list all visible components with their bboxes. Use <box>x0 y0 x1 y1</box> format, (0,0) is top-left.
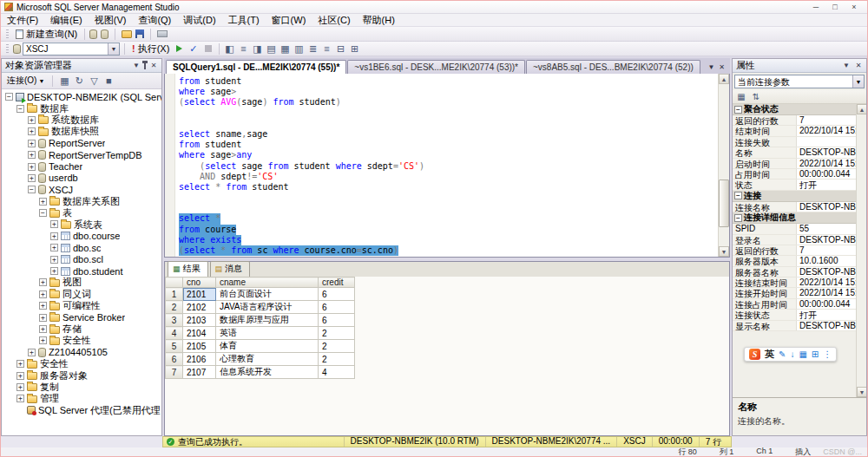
row-number[interactable]: 3 <box>166 314 183 327</box>
grid-corner-cell[interactable] <box>166 277 183 288</box>
analysis-services-query-icon[interactable] <box>101 29 108 39</box>
ime-language-mode[interactable]: 英 <box>765 348 774 361</box>
tree-item[interactable]: +视图 <box>2 277 161 288</box>
result-cell[interactable]: 英语 <box>216 327 319 340</box>
filter-icon[interactable]: ▽ <box>88 75 100 87</box>
expand-toggle[interactable]: − <box>39 209 47 217</box>
expand-toggle[interactable]: + <box>28 163 36 171</box>
editor-indicator-margin[interactable] <box>165 74 175 257</box>
menu-item[interactable]: 帮助(H) <box>357 14 401 27</box>
close-document-icon[interactable]: ✕ <box>719 63 725 71</box>
show-estimated-plan-icon[interactable]: ◧ <box>224 43 236 55</box>
collapse-icon[interactable]: − <box>734 106 742 114</box>
tree-item[interactable]: +Z2104405105 <box>2 347 161 358</box>
property-row[interactable]: 返回的行数7 <box>733 115 856 126</box>
toolbar-grip[interactable] <box>6 29 9 39</box>
property-row[interactable]: 返回的行数7 <box>733 245 856 256</box>
scroll-down-icon[interactable]: ▼ <box>719 246 729 257</box>
column-header-cname[interactable]: cname <box>216 277 319 288</box>
print-icon[interactable] <box>157 30 168 37</box>
ime-toolbar[interactable]: S 英 ✎↓▦⊞⋮ <box>744 347 837 362</box>
tree-item[interactable]: +Service Broker <box>2 311 161 323</box>
tree-item[interactable]: −XSCJ <box>2 184 161 195</box>
increase-indent-icon[interactable]: ⊞ <box>349 43 361 55</box>
tree-item[interactable]: −数据库 <box>2 102 161 114</box>
expand-toggle[interactable]: + <box>50 244 58 251</box>
result-cell[interactable]: 前台页面设计 <box>216 288 319 301</box>
property-row[interactable]: 连接失败 <box>733 137 856 147</box>
row-number[interactable]: 6 <box>166 353 183 366</box>
close-icon[interactable]: ✕ <box>149 62 158 69</box>
tree-item[interactable]: +服务器对象 <box>2 369 161 381</box>
properties-object-selector[interactable]: 当前连接参数 ▼ <box>734 75 865 88</box>
tree-item[interactable]: +dbo.course <box>2 231 161 242</box>
property-row[interactable]: 连接结束时间2022/10/14 15:1 <box>733 277 856 288</box>
uncomment-lines-icon[interactable]: ≡ <box>321 43 333 55</box>
new-query-button[interactable]: 新建查询(N) <box>13 27 80 42</box>
database-engine-query-icon[interactable] <box>89 29 97 39</box>
row-number[interactable]: 4 <box>166 327 183 340</box>
editor-vertical-scrollbar[interactable]: ▲ ▼ <box>718 74 729 257</box>
result-cell[interactable]: 2103 <box>183 314 216 327</box>
pin-icon[interactable] <box>144 62 146 69</box>
tree-item[interactable]: +安全性 <box>2 358 161 369</box>
expand-toggle[interactable]: + <box>39 336 47 344</box>
tree-item[interactable]: +dbo.student <box>2 265 161 277</box>
result-cell[interactable]: 2101 <box>183 288 216 301</box>
tree-item[interactable]: +可编程性 <box>2 300 161 311</box>
expand-toggle[interactable]: + <box>39 325 47 333</box>
tree-item[interactable]: +存储 <box>2 323 161 335</box>
expand-toggle[interactable]: + <box>28 151 36 159</box>
ime-toolbox-icon[interactable]: ⊞ <box>812 349 819 360</box>
expand-toggle[interactable]: + <box>16 372 24 380</box>
scrollbar-thumb[interactable] <box>719 180 729 227</box>
property-row[interactable]: SPID55 <box>733 224 856 234</box>
column-header-cno[interactable]: cno <box>183 277 216 288</box>
tree-item[interactable]: +系统表 <box>2 219 161 230</box>
expand-toggle[interactable]: − <box>5 93 13 101</box>
property-row[interactable]: 结束时间2022/10/14 15:1 <box>733 126 856 136</box>
expand-toggle[interactable]: − <box>16 105 24 113</box>
tree-item[interactable]: +数据库关系图 <box>2 196 161 207</box>
expand-toggle[interactable]: + <box>28 349 36 356</box>
property-row[interactable]: 连接开始时间2022/10/14 15:1 <box>733 288 856 298</box>
panel-menu-icon[interactable]: ▼ <box>842 62 851 69</box>
parse-button[interactable]: ✓ <box>187 42 200 55</box>
expand-toggle[interactable]: + <box>28 174 36 182</box>
tree-item[interactable]: +同义词 <box>2 289 161 300</box>
expand-toggle[interactable]: + <box>50 267 58 275</box>
expand-toggle[interactable]: + <box>50 220 58 228</box>
result-cell[interactable]: 2107 <box>183 366 216 379</box>
expand-toggle[interactable]: + <box>28 127 36 135</box>
minimize-button[interactable]: ─ <box>810 3 822 11</box>
expand-toggle[interactable]: + <box>28 140 36 147</box>
editor-text-area[interactable]: from studentwhere sage>(select AVG(sage)… <box>175 74 718 257</box>
file-list-icon[interactable]: ▼ <box>707 63 714 71</box>
property-group-header[interactable]: −连接 <box>733 191 856 202</box>
expand-toggle[interactable]: + <box>39 291 47 298</box>
properties-scrollbar[interactable]: ▲ ▼ <box>856 104 866 397</box>
chevron-down-icon[interactable]: ▼ <box>852 75 864 88</box>
property-row[interactable]: 显示名称DESKTOP-NBME2I <box>733 321 856 331</box>
results-grid[interactable]: cnocnamecredit12101前台页面设计622102JAVA语言程序设… <box>165 277 355 379</box>
ime-pen-icon[interactable]: ✎ <box>779 349 786 360</box>
expand-toggle[interactable]: + <box>39 278 47 286</box>
result-cell[interactable]: 2 <box>319 340 355 353</box>
execute-button[interactable]: ! 执行(X) <box>129 42 172 56</box>
tree-item[interactable]: +dbo.sc <box>2 242 161 253</box>
connect-button[interactable]: 连接(O) ▼ <box>4 74 47 88</box>
expand-toggle[interactable]: + <box>28 116 36 124</box>
tree-item[interactable]: +ReportServer <box>2 138 161 149</box>
maximize-button[interactable]: □ <box>829 3 841 11</box>
document-tab[interactable]: ~vs8AB5.sql - DES...BME2IK\20774 (52)) <box>526 60 700 74</box>
row-number[interactable]: 5 <box>166 340 183 353</box>
property-row[interactable]: 占用时间00:00:00.044 <box>733 169 856 180</box>
results-to-text-icon[interactable]: ▤ <box>266 43 278 55</box>
result-cell[interactable]: 2102 <box>183 301 216 314</box>
result-cell[interactable]: JAVA语言程序设计 <box>216 301 319 314</box>
expand-toggle[interactable]: + <box>39 198 47 206</box>
menu-item[interactable]: 社区(C) <box>312 14 356 27</box>
result-cell[interactable]: 信息系统开发 <box>216 366 319 379</box>
result-cell[interactable]: 2 <box>319 353 355 366</box>
result-cell[interactable]: 6 <box>319 314 355 327</box>
